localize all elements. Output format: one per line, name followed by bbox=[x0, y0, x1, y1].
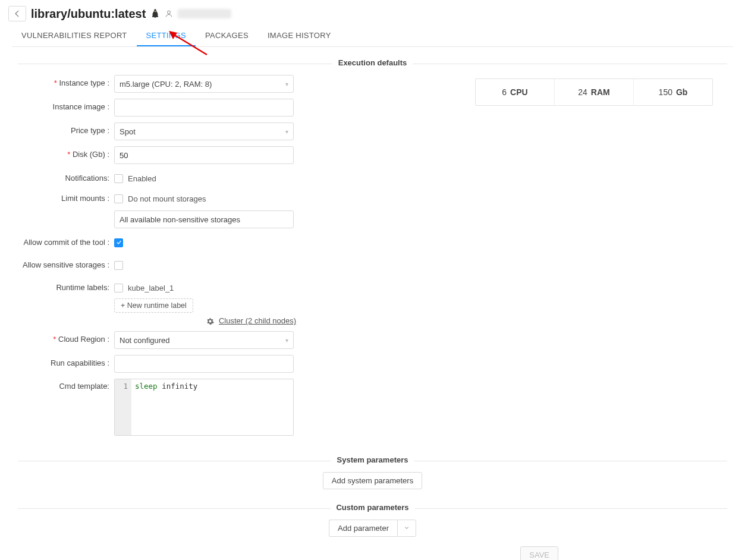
label-run-capabilities: Run capabilities : bbox=[18, 355, 114, 372]
new-runtime-label-button[interactable]: + New runtime label bbox=[114, 298, 193, 313]
summary-ram: 24 RAM bbox=[555, 79, 634, 105]
allow-sensitive-checkbox[interactable] bbox=[114, 261, 123, 270]
label-limit-mounts: Limit mounts : bbox=[18, 190, 114, 207]
section-custom-parameters: Custom parameters Add parameter bbox=[18, 508, 727, 539]
summary-gb: 150 Gb bbox=[634, 79, 712, 105]
notifications-checkbox[interactable] bbox=[114, 174, 123, 183]
chevron-down-icon: ▾ bbox=[285, 128, 288, 135]
cmd-keyword: sleep bbox=[135, 382, 158, 391]
chevron-down-icon bbox=[404, 525, 410, 531]
section-execution-defaults: Execution defaults Instance type : m5.la… bbox=[18, 64, 727, 444]
label-instance-type: Instance type : bbox=[18, 75, 114, 92]
section-title-execution: Execution defaults bbox=[332, 58, 413, 67]
section-title-system: System parameters bbox=[331, 455, 414, 464]
page-title: library/ubuntu:latest bbox=[31, 7, 146, 21]
add-parameter-group: Add parameter bbox=[329, 520, 416, 537]
runtime-label-1-text: kube_label_1 bbox=[128, 284, 174, 292]
back-button[interactable] bbox=[8, 6, 26, 21]
svg-point-1 bbox=[156, 10, 156, 11]
gear-icon bbox=[206, 317, 214, 325]
save-button[interactable]: SAVE bbox=[520, 546, 558, 560]
label-cloud-region: Cloud Region : bbox=[18, 331, 114, 348]
tab-settings[interactable]: SETTINGS bbox=[137, 25, 196, 46]
cmd-line-number: 1 bbox=[123, 382, 128, 391]
storages-select[interactable]: All available non-sensitive storages bbox=[114, 210, 294, 228]
section-title-custom: Custom parameters bbox=[330, 503, 414, 512]
limit-mounts-check-label: Do not mount storages bbox=[128, 194, 206, 203]
price-type-value: Spot bbox=[120, 127, 136, 136]
label-instance-image: Instance image : bbox=[18, 99, 114, 115]
limit-mounts-checkbox[interactable] bbox=[114, 194, 123, 203]
label-price-type: Price type : bbox=[18, 122, 114, 139]
chevron-down-icon: ▾ bbox=[285, 337, 288, 344]
label-disk: Disk (Gb) : bbox=[18, 146, 114, 163]
notifications-check-label: Enabled bbox=[128, 174, 156, 183]
tab-packages[interactable]: PACKAGES bbox=[196, 25, 258, 46]
instance-type-select[interactable]: m5.large (CPU: 2, RAM: 8) ▾ bbox=[114, 75, 294, 93]
label-allow-commit: Allow commit of the tool : bbox=[18, 234, 114, 251]
instance-type-value: m5.large (CPU: 2, RAM: 8) bbox=[120, 80, 212, 89]
storages-value: All available non-sensitive storages bbox=[120, 215, 240, 224]
arrow-left-icon bbox=[13, 10, 21, 18]
label-notifications: Notifications: bbox=[18, 170, 114, 187]
disk-input[interactable] bbox=[114, 146, 294, 164]
cmd-template-editor[interactable]: 1 sleep infinity bbox=[114, 379, 294, 436]
tab-bar: VULNERABILITIES REPORT SETTINGS PACKAGES… bbox=[12, 25, 733, 47]
cloud-region-select[interactable]: Not configured ▾ bbox=[114, 331, 294, 349]
add-parameter-dropdown[interactable] bbox=[397, 520, 416, 537]
add-system-parameters-button[interactable]: Add system parameters bbox=[323, 472, 422, 489]
tab-image-history[interactable]: IMAGE HISTORY bbox=[258, 25, 341, 46]
chevron-down-icon: ▾ bbox=[285, 81, 288, 87]
label-runtime-labels: Runtime labels: bbox=[18, 279, 114, 296]
cloud-region-value: Not configured bbox=[120, 336, 170, 345]
resource-summary: 6 CPU 24 RAM 150 Gb bbox=[475, 78, 713, 106]
cmd-rest: infinity bbox=[158, 382, 198, 391]
run-capabilities-input[interactable] bbox=[114, 355, 294, 373]
add-parameter-button[interactable]: Add parameter bbox=[329, 520, 397, 537]
svg-point-0 bbox=[155, 10, 155, 11]
instance-image-input[interactable] bbox=[114, 99, 294, 117]
svg-point-2 bbox=[168, 11, 171, 14]
tab-vulnerabilities-report[interactable]: VULNERABILITIES REPORT bbox=[12, 25, 137, 46]
summary-cpu: 6 CPU bbox=[476, 79, 555, 105]
label-allow-sensitive: Allow sensitive storages : bbox=[18, 257, 114, 273]
user-icon bbox=[165, 10, 173, 18]
label-cmd-template: Cmd template: bbox=[18, 379, 114, 392]
cluster-link[interactable]: Cluster (2 child nodes) bbox=[219, 316, 296, 325]
runtime-label-1-checkbox[interactable] bbox=[114, 284, 123, 292]
section-system-parameters: System parameters Add system parameters bbox=[18, 461, 727, 492]
allow-commit-checkbox[interactable] bbox=[114, 238, 123, 247]
price-type-select[interactable]: Spot ▾ bbox=[114, 122, 294, 140]
linux-icon bbox=[150, 8, 160, 19]
owner-name-redacted bbox=[178, 9, 231, 18]
